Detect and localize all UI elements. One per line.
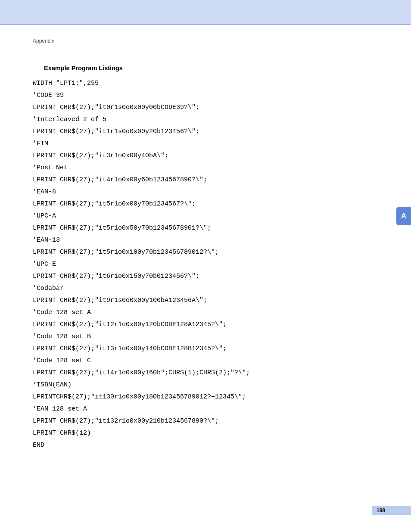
code-line: LPRINT CHR$(27);"it4r1o0x00y60b123456789… <box>33 176 207 184</box>
code-line: 'FIM <box>33 140 48 147</box>
code-line: 'EAN-8 <box>33 188 56 196</box>
code-listing: WIDTH "LPT1:",255 'CODE 39 LPRINT CHR$(2… <box>33 78 378 451</box>
code-line: LPRINTCHR$(27);"it130r1o0x00y180b1234567… <box>33 393 246 401</box>
code-line: 'EAN-13 <box>33 236 60 244</box>
code-line: LPRINT CHR$(27);"it0r1s0o0x00y00bCODE39?… <box>33 104 199 111</box>
code-line: 'Code 128 set A <box>33 309 91 316</box>
code-line: 'UPC-E <box>33 261 56 268</box>
code-line: LPRINT CHR$(27);"it132r1o0x00y210b123456… <box>33 417 219 425</box>
code-line: 'ISBN(EAN) <box>33 381 72 389</box>
code-line: LPRINT CHR$(27);"it6r1o0x150y70b0123456?… <box>33 273 199 280</box>
code-line: 'Code 128 set C <box>33 357 91 364</box>
code-line: LPRINT CHR$(27);"it5r1o0x100y70b12345678… <box>33 249 219 256</box>
code-line: LPRINT CHR$(27);"it12r1o0x00y120bCODE128… <box>33 321 227 328</box>
code-line: END <box>33 442 44 449</box>
code-line: 'UPC-A <box>33 212 56 220</box>
code-line: WIDTH "LPT1:",255 <box>33 80 99 87</box>
code-line: 'Post Net <box>33 164 68 171</box>
code-line: LPRINT CHR$(12) <box>33 429 91 437</box>
page-number: 188 <box>372 506 411 515</box>
code-line: LPRINT CHR$(27);"it5r1o0x50y70b123456789… <box>33 224 211 232</box>
code-line: LPRINT CHR$(27);"it1r1s0o0x00y20b123456?… <box>33 128 199 135</box>
code-line: 'CODE 39 <box>33 92 64 99</box>
code-line: LPRINT CHR$(27);"it14r1o0x00y160b";CHR$(… <box>33 369 250 376</box>
page-content: Appendix Example Program Listings WIDTH … <box>0 25 411 451</box>
code-line: LPRINT CHR$(27);"it13r1o0x00y140bCODE128… <box>33 345 227 352</box>
code-line: LPRINT CHR$(27);"it3r1o0x00y40bA\"; <box>33 152 168 159</box>
section-title: Example Program Listings <box>44 65 378 72</box>
code-line: 'Codabar <box>33 285 64 292</box>
top-banner <box>0 0 411 25</box>
appendix-tab[interactable]: A <box>396 207 411 225</box>
code-line: LPRINT CHR$(27);"it9r1s0o0x00y100bA12345… <box>33 297 207 304</box>
code-line: LPRINT CHR$(27);"it5r1o0x00y70b1234567?\… <box>33 200 196 208</box>
code-line: 'Interleaved 2 of 5 <box>33 116 106 123</box>
code-line: 'EAN 128 set A <box>33 405 87 413</box>
breadcrumb: Appendix <box>33 38 378 44</box>
code-line: 'Code 128 set B <box>33 333 91 340</box>
